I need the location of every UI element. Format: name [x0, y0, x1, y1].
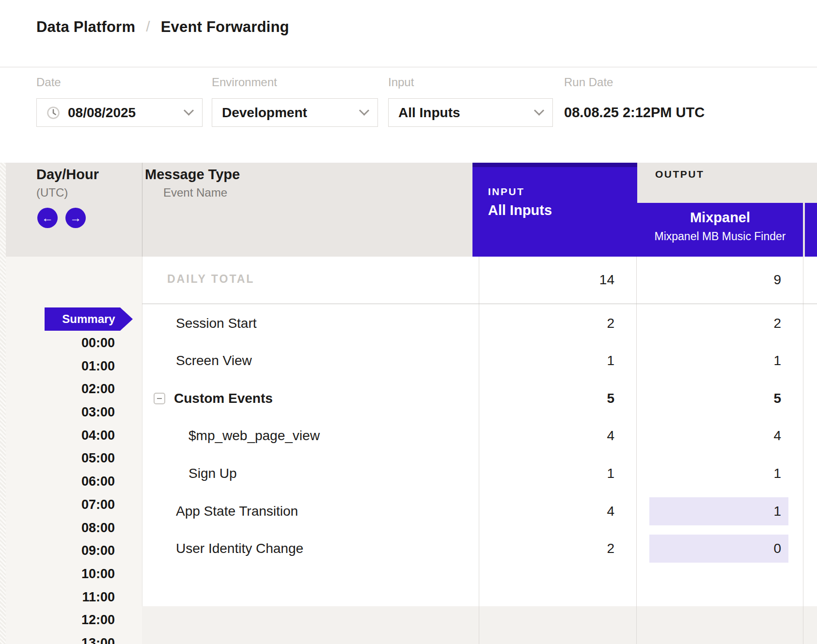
- event-row-label: Screen View: [176, 352, 252, 370]
- hour-item[interactable]: 10:00: [0, 566, 115, 582]
- top-bar: Data Platform / Event Forwarding: [0, 0, 817, 67]
- event-row-label: App State Transition: [176, 502, 298, 521]
- event-input-value: 2: [488, 314, 614, 333]
- divider: [479, 257, 479, 644]
- input-value: All Inputs: [398, 105, 460, 121]
- collapse-icon[interactable]: [154, 393, 165, 404]
- event-output-value: 1: [655, 502, 781, 521]
- hour-item[interactable]: 08:00: [0, 520, 115, 536]
- breadcrumb: Data Platform / Event Forwarding: [36, 18, 289, 36]
- page-title: Event Forwarding: [161, 18, 289, 36]
- next-output-column-partial: [805, 203, 817, 257]
- run-date-label: Run Date: [564, 76, 613, 89]
- output-column-subtitle: Mixpanel MB Music Finder: [637, 230, 803, 243]
- hour-item[interactable]: 09:00: [0, 542, 115, 559]
- output-section-label: OUTPUT: [655, 169, 704, 180]
- output-column-header[interactable]: Mixpanel Mixpanel MB Music Finder: [637, 203, 803, 257]
- input-filter-label: Input: [388, 76, 414, 89]
- event-row-label: $mp_web_page_view: [189, 427, 320, 445]
- input-column-accent-strip: [472, 163, 637, 167]
- event-output-value: 0: [655, 539, 781, 558]
- environment-filter-label: Environment: [212, 76, 277, 89]
- event-output-value: 2: [655, 314, 781, 333]
- chevron-down-icon: [184, 106, 194, 116]
- day-hour-header: Day/Hour: [36, 167, 99, 183]
- hour-item[interactable]: 12:00: [0, 612, 115, 628]
- event-output-value: 1: [655, 352, 781, 370]
- breadcrumb-separator: /: [146, 18, 150, 35]
- event-row-label: Sign Up: [189, 464, 237, 483]
- hour-item[interactable]: 11:00: [0, 589, 115, 605]
- event-row-label: User Identity Change: [176, 539, 303, 558]
- divider: [142, 257, 142, 644]
- event-row-label: Session Start: [176, 314, 257, 333]
- breadcrumb-section[interactable]: Data Platform: [36, 18, 135, 36]
- arrow-right-icon: →: [70, 212, 81, 224]
- divider: [636, 606, 637, 644]
- environment-value: Development: [222, 105, 307, 121]
- event-forwarding-page: Data Platform / Event Forwarding Date En…: [0, 0, 817, 644]
- run-date-value: 08.08.25 2:12PM UTC: [564, 105, 705, 121]
- daily-total-output-value: 9: [655, 271, 781, 289]
- date-value: 08/08/2025: [68, 105, 136, 121]
- environment-select[interactable]: Development: [212, 98, 378, 127]
- hour-item[interactable]: 13:00: [0, 635, 115, 644]
- event-output-value: 4: [655, 427, 781, 445]
- table-footer-area: [142, 606, 817, 644]
- summary-row-selector[interactable]: Summary: [45, 307, 133, 331]
- day-hour-subtitle: (UTC): [36, 186, 68, 199]
- daily-total-label: DAILY TOTAL: [167, 273, 254, 286]
- hour-item[interactable]: 01:00: [0, 358, 115, 374]
- event-name-subtitle: Event Name: [163, 186, 227, 199]
- event-input-value: 2: [488, 539, 614, 558]
- chevron-down-icon: [359, 106, 369, 116]
- event-input-value: 4: [488, 502, 614, 521]
- divider: [142, 163, 142, 257]
- hour-item[interactable]: 07:00: [0, 496, 115, 513]
- message-type-header: Message Type: [145, 167, 240, 183]
- hour-item[interactable]: 03:00: [0, 404, 115, 420]
- chevron-down-icon: [534, 106, 544, 116]
- arrow-left-icon: ←: [42, 212, 53, 224]
- hour-item[interactable]: 04:00: [0, 427, 115, 444]
- date-select[interactable]: 08/08/2025: [36, 98, 203, 127]
- hour-item[interactable]: 02:00: [0, 381, 115, 397]
- divider: [479, 606, 479, 644]
- input-column-name: All Inputs: [488, 202, 552, 218]
- clock-icon: [47, 106, 60, 120]
- event-input-value: 5: [488, 389, 614, 408]
- event-input-value: 4: [488, 427, 614, 445]
- input-select[interactable]: All Inputs: [388, 98, 553, 127]
- next-day-button[interactable]: →: [65, 208, 86, 228]
- hour-item[interactable]: 06:00: [0, 473, 115, 490]
- event-input-value: 1: [488, 464, 614, 483]
- input-section-label: INPUT: [488, 186, 525, 198]
- prev-day-button[interactable]: ←: [37, 208, 58, 228]
- divider: [803, 606, 803, 644]
- output-column-name: Mixpanel: [637, 210, 803, 226]
- divider: [803, 257, 803, 644]
- event-output-value: 1: [655, 464, 781, 483]
- event-output-value: 5: [655, 389, 781, 408]
- event-input-value: 1: [488, 352, 614, 370]
- hour-item[interactable]: 00:00: [0, 335, 115, 351]
- daily-total-input-value: 14: [488, 271, 614, 289]
- hour-item[interactable]: 05:00: [0, 450, 115, 466]
- date-filter-label: Date: [36, 76, 61, 89]
- event-group-label: Custom Events: [174, 389, 273, 408]
- divider: [142, 304, 817, 304]
- divider: [636, 257, 637, 644]
